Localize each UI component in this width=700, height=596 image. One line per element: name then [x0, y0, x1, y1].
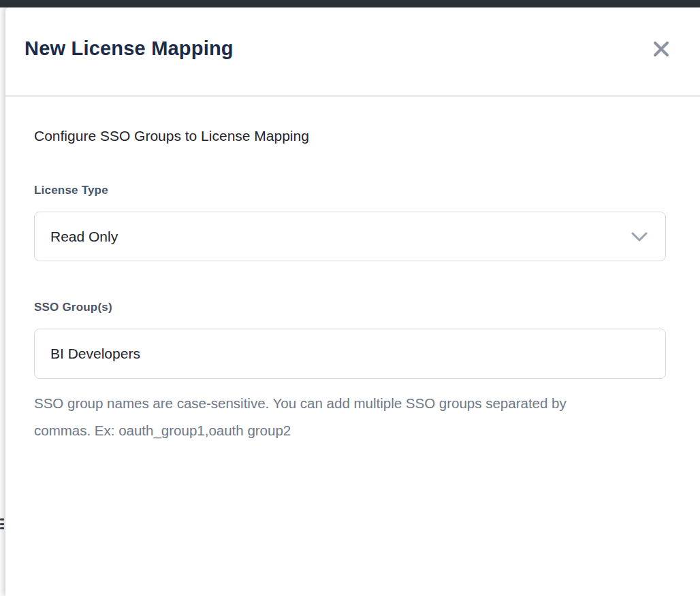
background-app-topbar — [0, 0, 700, 7]
sso-groups-label: SSO Group(s) — [34, 301, 666, 314]
sso-groups-input[interactable] — [34, 329, 666, 379]
license-type-select[interactable]: Read Only — [34, 212, 666, 261]
modal-title: New License Mapping — [25, 37, 673, 60]
chevron-down-icon — [631, 231, 648, 242]
background-partial-menu-icon — [0, 517, 5, 531]
modal-header: New License Mapping — [5, 7, 700, 97]
license-type-label: License Type — [34, 184, 666, 197]
close-icon — [652, 40, 670, 58]
new-license-mapping-modal: New License Mapping Configure SSO Groups… — [5, 7, 700, 596]
modal-subtitle: Configure SSO Groups to License Mapping — [34, 128, 666, 144]
modal-body: Configure SSO Groups to License Mapping … — [5, 128, 700, 444]
license-type-selected-value: Read Only — [50, 229, 118, 245]
close-button[interactable] — [651, 39, 671, 59]
sso-groups-help-text: SSO group names are case-sensitive. You … — [34, 390, 609, 444]
